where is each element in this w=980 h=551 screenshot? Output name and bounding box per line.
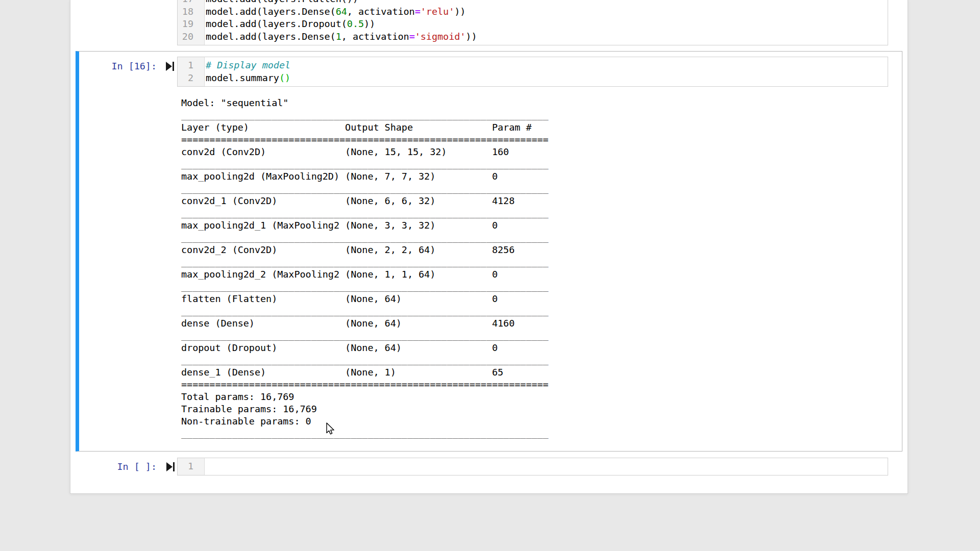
code-cell-input-partial[interactable]: 17181920 model.add(layers.Flatten())mode… (177, 0, 888, 45)
line-number-gutter: 1 (178, 458, 205, 475)
code-line[interactable]: model.add(layers.Dense(64, activation='r… (206, 6, 886, 18)
code-line[interactable]: ​ (206, 460, 886, 473)
line-number: 19 (178, 18, 193, 31)
code-editor[interactable]: ​ (205, 458, 888, 475)
code-line[interactable]: model.summary() (206, 72, 886, 85)
input-prompt: In [ ]: (70, 461, 177, 473)
line-number-gutter: 17181920 (178, 0, 205, 45)
code-line[interactable]: model.add(layers.Flatten()) (206, 0, 886, 6)
code-line[interactable]: model.add(layers.Dense(1, activation='si… (206, 31, 886, 43)
code-line[interactable]: model.add(layers.Dropout(0.5)) (206, 18, 886, 31)
run-cell-icon[interactable] (166, 61, 175, 71)
line-number: 1 (178, 59, 193, 72)
code-cell-input[interactable]: 12 # Display modelmodel.summary() (177, 57, 888, 87)
notebook-container: 17181920 model.add(layers.Flatten())mode… (70, 0, 908, 494)
mouse-cursor (326, 422, 337, 438)
line-number: 2 (178, 72, 193, 85)
line-number: 17 (178, 0, 193, 6)
line-number: 1 (178, 460, 193, 473)
code-editor[interactable]: # Display modelmodel.summary() (205, 57, 888, 86)
empty-code-cell-input[interactable]: 1 ​ (177, 458, 888, 475)
code-line[interactable]: # Display model (206, 59, 886, 72)
selected-code-cell[interactable]: In [16]: 12 # Display modelmodel.summary… (76, 51, 902, 452)
line-number: 20 (178, 31, 193, 43)
line-number-gutter: 12 (178, 57, 205, 86)
line-number: 18 (178, 6, 193, 18)
jupyter-notebook-page: { "notebook": { "accent_blue": "#2196f3"… (0, 0, 980, 551)
run-cell-icon[interactable] (166, 462, 176, 472)
model-summary-output: Model: "sequential" ____________________… (181, 97, 549, 440)
input-prompt: In [16]: (79, 60, 177, 73)
code-editor[interactable]: model.add(layers.Flatten())model.add(lay… (205, 0, 888, 45)
